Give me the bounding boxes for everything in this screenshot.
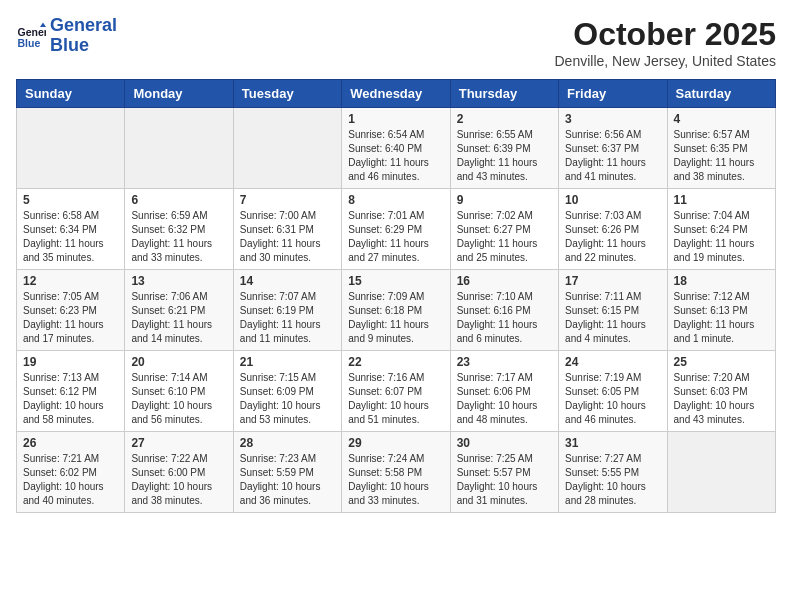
day-info: Sunrise: 6:55 AM Sunset: 6:39 PM Dayligh… <box>457 128 552 184</box>
weekday-header-saturday: Saturday <box>667 80 775 108</box>
day-number: 15 <box>348 274 443 288</box>
calendar-cell <box>125 108 233 189</box>
day-info: Sunrise: 7:10 AM Sunset: 6:16 PM Dayligh… <box>457 290 552 346</box>
day-info: Sunrise: 6:56 AM Sunset: 6:37 PM Dayligh… <box>565 128 660 184</box>
day-info: Sunrise: 7:06 AM Sunset: 6:21 PM Dayligh… <box>131 290 226 346</box>
day-info: Sunrise: 7:27 AM Sunset: 5:55 PM Dayligh… <box>565 452 660 508</box>
weekday-header-friday: Friday <box>559 80 667 108</box>
calendar-cell: 26Sunrise: 7:21 AM Sunset: 6:02 PM Dayli… <box>17 432 125 513</box>
day-number: 11 <box>674 193 769 207</box>
calendar-cell: 10Sunrise: 7:03 AM Sunset: 6:26 PM Dayli… <box>559 189 667 270</box>
day-info: Sunrise: 7:07 AM Sunset: 6:19 PM Dayligh… <box>240 290 335 346</box>
calendar-cell: 27Sunrise: 7:22 AM Sunset: 6:00 PM Dayli… <box>125 432 233 513</box>
month-title: October 2025 <box>555 16 777 53</box>
calendar-cell: 6Sunrise: 6:59 AM Sunset: 6:32 PM Daylig… <box>125 189 233 270</box>
calendar-cell: 22Sunrise: 7:16 AM Sunset: 6:07 PM Dayli… <box>342 351 450 432</box>
day-number: 29 <box>348 436 443 450</box>
day-number: 4 <box>674 112 769 126</box>
day-number: 24 <box>565 355 660 369</box>
calendar-cell: 28Sunrise: 7:23 AM Sunset: 5:59 PM Dayli… <box>233 432 341 513</box>
svg-text:Blue: Blue <box>18 36 41 48</box>
day-number: 7 <box>240 193 335 207</box>
calendar-cell: 11Sunrise: 7:04 AM Sunset: 6:24 PM Dayli… <box>667 189 775 270</box>
calendar-cell: 12Sunrise: 7:05 AM Sunset: 6:23 PM Dayli… <box>17 270 125 351</box>
calendar-cell <box>233 108 341 189</box>
weekday-header-tuesday: Tuesday <box>233 80 341 108</box>
day-info: Sunrise: 7:11 AM Sunset: 6:15 PM Dayligh… <box>565 290 660 346</box>
calendar-cell: 21Sunrise: 7:15 AM Sunset: 6:09 PM Dayli… <box>233 351 341 432</box>
day-number: 8 <box>348 193 443 207</box>
day-number: 1 <box>348 112 443 126</box>
title-block: October 2025 Denville, New Jersey, Unite… <box>555 16 777 69</box>
calendar-cell: 1Sunrise: 6:54 AM Sunset: 6:40 PM Daylig… <box>342 108 450 189</box>
day-number: 10 <box>565 193 660 207</box>
day-info: Sunrise: 7:21 AM Sunset: 6:02 PM Dayligh… <box>23 452 118 508</box>
calendar-cell: 15Sunrise: 7:09 AM Sunset: 6:18 PM Dayli… <box>342 270 450 351</box>
day-number: 5 <box>23 193 118 207</box>
weekday-header-wednesday: Wednesday <box>342 80 450 108</box>
calendar-cell <box>667 432 775 513</box>
logo-icon: General Blue <box>16 21 46 51</box>
day-info: Sunrise: 7:09 AM Sunset: 6:18 PM Dayligh… <box>348 290 443 346</box>
day-number: 30 <box>457 436 552 450</box>
calendar-cell: 14Sunrise: 7:07 AM Sunset: 6:19 PM Dayli… <box>233 270 341 351</box>
day-info: Sunrise: 7:22 AM Sunset: 6:00 PM Dayligh… <box>131 452 226 508</box>
day-number: 3 <box>565 112 660 126</box>
day-info: Sunrise: 7:05 AM Sunset: 6:23 PM Dayligh… <box>23 290 118 346</box>
calendar-table: SundayMondayTuesdayWednesdayThursdayFrid… <box>16 79 776 513</box>
calendar-cell: 7Sunrise: 7:00 AM Sunset: 6:31 PM Daylig… <box>233 189 341 270</box>
day-info: Sunrise: 7:01 AM Sunset: 6:29 PM Dayligh… <box>348 209 443 265</box>
calendar-cell <box>17 108 125 189</box>
day-info: Sunrise: 7:24 AM Sunset: 5:58 PM Dayligh… <box>348 452 443 508</box>
day-number: 28 <box>240 436 335 450</box>
day-number: 13 <box>131 274 226 288</box>
day-info: Sunrise: 7:20 AM Sunset: 6:03 PM Dayligh… <box>674 371 769 427</box>
day-info: Sunrise: 7:02 AM Sunset: 6:27 PM Dayligh… <box>457 209 552 265</box>
day-info: Sunrise: 7:12 AM Sunset: 6:13 PM Dayligh… <box>674 290 769 346</box>
calendar-cell: 18Sunrise: 7:12 AM Sunset: 6:13 PM Dayli… <box>667 270 775 351</box>
day-info: Sunrise: 7:03 AM Sunset: 6:26 PM Dayligh… <box>565 209 660 265</box>
calendar-cell: 19Sunrise: 7:13 AM Sunset: 6:12 PM Dayli… <box>17 351 125 432</box>
day-info: Sunrise: 7:13 AM Sunset: 6:12 PM Dayligh… <box>23 371 118 427</box>
calendar-cell: 5Sunrise: 6:58 AM Sunset: 6:34 PM Daylig… <box>17 189 125 270</box>
day-info: Sunrise: 7:17 AM Sunset: 6:06 PM Dayligh… <box>457 371 552 427</box>
day-number: 12 <box>23 274 118 288</box>
day-info: Sunrise: 6:54 AM Sunset: 6:40 PM Dayligh… <box>348 128 443 184</box>
day-number: 9 <box>457 193 552 207</box>
logo: General Blue General Blue <box>16 16 117 56</box>
day-number: 31 <box>565 436 660 450</box>
day-number: 26 <box>23 436 118 450</box>
day-info: Sunrise: 7:25 AM Sunset: 5:57 PM Dayligh… <box>457 452 552 508</box>
calendar-cell: 8Sunrise: 7:01 AM Sunset: 6:29 PM Daylig… <box>342 189 450 270</box>
calendar-cell: 31Sunrise: 7:27 AM Sunset: 5:55 PM Dayli… <box>559 432 667 513</box>
day-info: Sunrise: 7:23 AM Sunset: 5:59 PM Dayligh… <box>240 452 335 508</box>
day-info: Sunrise: 6:59 AM Sunset: 6:32 PM Dayligh… <box>131 209 226 265</box>
calendar-cell: 2Sunrise: 6:55 AM Sunset: 6:39 PM Daylig… <box>450 108 558 189</box>
calendar-cell: 17Sunrise: 7:11 AM Sunset: 6:15 PM Dayli… <box>559 270 667 351</box>
day-info: Sunrise: 7:04 AM Sunset: 6:24 PM Dayligh… <box>674 209 769 265</box>
calendar-cell: 3Sunrise: 6:56 AM Sunset: 6:37 PM Daylig… <box>559 108 667 189</box>
svg-marker-2 <box>40 22 46 27</box>
calendar-cell: 30Sunrise: 7:25 AM Sunset: 5:57 PM Dayli… <box>450 432 558 513</box>
calendar-cell: 24Sunrise: 7:19 AM Sunset: 6:05 PM Dayli… <box>559 351 667 432</box>
day-info: Sunrise: 7:00 AM Sunset: 6:31 PM Dayligh… <box>240 209 335 265</box>
calendar-cell: 4Sunrise: 6:57 AM Sunset: 6:35 PM Daylig… <box>667 108 775 189</box>
day-info: Sunrise: 6:57 AM Sunset: 6:35 PM Dayligh… <box>674 128 769 184</box>
calendar-cell: 29Sunrise: 7:24 AM Sunset: 5:58 PM Dayli… <box>342 432 450 513</box>
day-info: Sunrise: 7:19 AM Sunset: 6:05 PM Dayligh… <box>565 371 660 427</box>
day-number: 19 <box>23 355 118 369</box>
calendar-cell: 23Sunrise: 7:17 AM Sunset: 6:06 PM Dayli… <box>450 351 558 432</box>
calendar-cell: 25Sunrise: 7:20 AM Sunset: 6:03 PM Dayli… <box>667 351 775 432</box>
day-number: 21 <box>240 355 335 369</box>
day-number: 22 <box>348 355 443 369</box>
day-number: 6 <box>131 193 226 207</box>
calendar-cell: 20Sunrise: 7:14 AM Sunset: 6:10 PM Dayli… <box>125 351 233 432</box>
location: Denville, New Jersey, United States <box>555 53 777 69</box>
calendar-cell: 13Sunrise: 7:06 AM Sunset: 6:21 PM Dayli… <box>125 270 233 351</box>
calendar-cell: 9Sunrise: 7:02 AM Sunset: 6:27 PM Daylig… <box>450 189 558 270</box>
day-number: 18 <box>674 274 769 288</box>
day-info: Sunrise: 7:14 AM Sunset: 6:10 PM Dayligh… <box>131 371 226 427</box>
day-number: 27 <box>131 436 226 450</box>
day-number: 17 <box>565 274 660 288</box>
day-number: 23 <box>457 355 552 369</box>
